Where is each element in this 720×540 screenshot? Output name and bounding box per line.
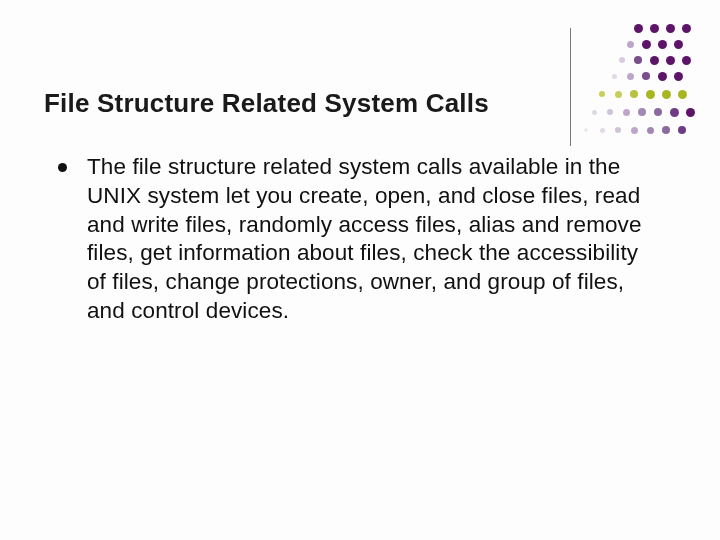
decoration-dot: [650, 56, 659, 65]
decoration-dot: [650, 24, 659, 33]
decoration-dot: [658, 40, 667, 49]
decoration-dot: [607, 109, 613, 115]
decoration-dot: [584, 128, 588, 132]
decoration-dot: [592, 110, 597, 115]
decoration-dot: [642, 40, 651, 49]
decoration-dot: [666, 24, 675, 33]
decoration-dot: [600, 128, 605, 133]
decoration-dot: [612, 74, 617, 79]
decoration-dot: [646, 90, 655, 99]
decoration-dot: [654, 108, 662, 116]
bullet-text: The file structure related system calls …: [87, 153, 646, 326]
bullet-row: The file structure related system calls …: [44, 153, 676, 326]
corner-decoration: [570, 28, 700, 158]
decoration-dot: [642, 72, 650, 80]
bullet-icon: [58, 163, 67, 172]
decoration-dot: [682, 24, 691, 33]
decoration-dot: [630, 90, 638, 98]
decoration-dot: [670, 108, 679, 117]
decoration-dot: [634, 56, 642, 64]
decoration-dot: [599, 91, 605, 97]
decoration-dot: [678, 90, 687, 99]
decoration-dot: [678, 126, 686, 134]
decoration-dot: [662, 126, 670, 134]
decoration-dot: [686, 108, 695, 117]
decoration-dot: [627, 41, 634, 48]
decoration-dot: [658, 72, 667, 81]
decoration-dot: [619, 57, 625, 63]
decoration-dot: [638, 108, 646, 116]
decoration-dot: [623, 109, 630, 116]
decoration-dot: [674, 40, 683, 49]
decoration-dot: [615, 91, 622, 98]
decoration-dot: [631, 127, 638, 134]
decoration-dot: [634, 24, 643, 33]
decoration-dot: [682, 56, 691, 65]
decoration-dot: [647, 127, 654, 134]
decoration-dot: [666, 56, 675, 65]
decoration-dot: [674, 72, 683, 81]
decoration-dot: [662, 90, 671, 99]
decoration-dot: [627, 73, 634, 80]
decoration-dot: [615, 127, 621, 133]
decoration-separator: [570, 28, 571, 146]
